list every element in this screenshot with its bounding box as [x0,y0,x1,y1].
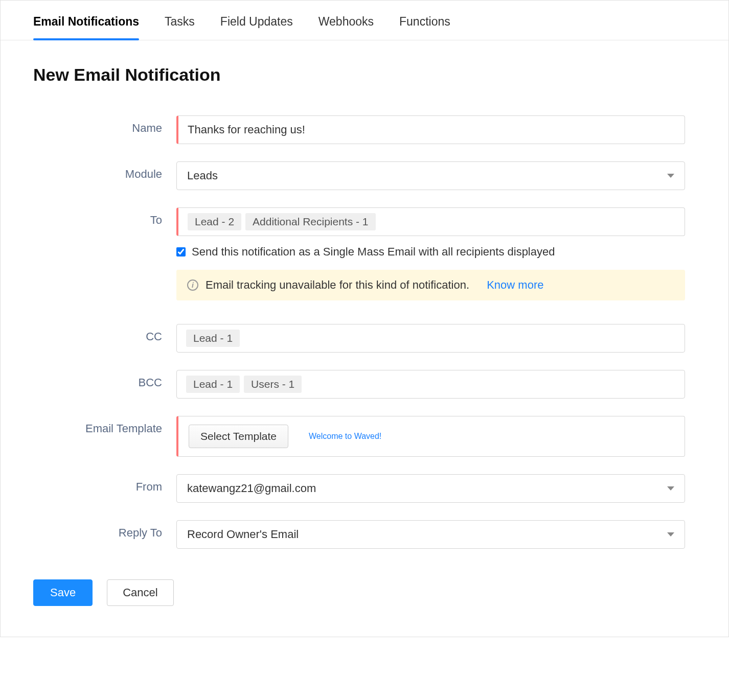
select-template-button[interactable]: Select Template [189,425,288,448]
mass-email-label: Send this notification as a Single Mass … [192,245,555,259]
label-module: Module [33,161,176,181]
label-reply-to: Reply To [33,520,176,540]
cc-chip-lead[interactable]: Lead - 1 [186,330,240,347]
cc-input[interactable]: Lead - 1 [176,324,685,353]
info-box: i Email tracking unavailable for this ki… [176,270,685,300]
tab-functions[interactable]: Functions [399,15,450,40]
from-value: katewangz21@gmail.com [187,482,316,495]
label-cc: CC [33,324,176,343]
row-to: To Lead - 2 Additional Recipients - 1 Se… [33,207,696,300]
caret-down-icon [667,174,674,178]
label-to: To [33,207,176,227]
name-input-wrap [176,115,685,144]
row-name: Name [33,115,696,144]
from-select[interactable]: katewangz21@gmail.com [176,474,685,503]
tab-tasks[interactable]: Tasks [165,15,195,40]
reply-to-value: Record Owner's Email [187,528,299,541]
label-email-template: Email Template [33,416,176,435]
tab-field-updates[interactable]: Field Updates [220,15,293,40]
name-input[interactable] [188,123,675,136]
label-bcc: BCC [33,370,176,389]
caret-down-icon [667,532,674,536]
bcc-chip-lead[interactable]: Lead - 1 [186,376,240,393]
module-select[interactable]: Leads [176,161,685,190]
reply-to-select[interactable]: Record Owner's Email [176,520,685,549]
row-module: Module Leads [33,161,696,190]
save-button[interactable]: Save [33,579,93,606]
row-bcc: BCC Lead - 1 Users - 1 [33,370,696,399]
main-container: Email Notifications Tasks Field Updates … [0,0,729,637]
label-name: Name [33,115,176,135]
row-email-template: Email Template Select Template Welcome t… [33,416,696,457]
tabs-nav: Email Notifications Tasks Field Updates … [1,1,728,40]
actions-row: Save Cancel [33,579,696,606]
to-chip-lead[interactable]: Lead - 2 [188,213,241,230]
to-chip-additional[interactable]: Additional Recipients - 1 [245,213,375,230]
tab-email-notifications[interactable]: Email Notifications [33,15,139,40]
email-template-box: Select Template Welcome to Waved! [176,416,685,457]
content-area: New Email Notification Name Module Leads… [1,40,728,637]
module-value: Leads [187,169,218,182]
to-input[interactable]: Lead - 2 Additional Recipients - 1 [176,207,685,236]
mass-email-checkbox[interactable] [176,247,186,256]
row-reply-to: Reply To Record Owner's Email [33,520,696,549]
caret-down-icon [667,486,674,491]
know-more-link[interactable]: Know more [487,278,543,292]
template-name-link[interactable]: Welcome to Waved! [309,432,381,441]
page-title: New Email Notification [33,65,696,85]
row-from: From katewangz21@gmail.com [33,474,696,503]
row-cc: CC Lead - 1 [33,324,696,353]
label-from: From [33,474,176,494]
mass-email-row: Send this notification as a Single Mass … [176,245,685,259]
info-text: Email tracking unavailable for this kind… [206,278,469,292]
bcc-chip-users[interactable]: Users - 1 [244,376,302,393]
info-icon: i [187,279,198,291]
bcc-input[interactable]: Lead - 1 Users - 1 [176,370,685,399]
cancel-button[interactable]: Cancel [107,579,173,606]
tab-webhooks[interactable]: Webhooks [318,15,374,40]
